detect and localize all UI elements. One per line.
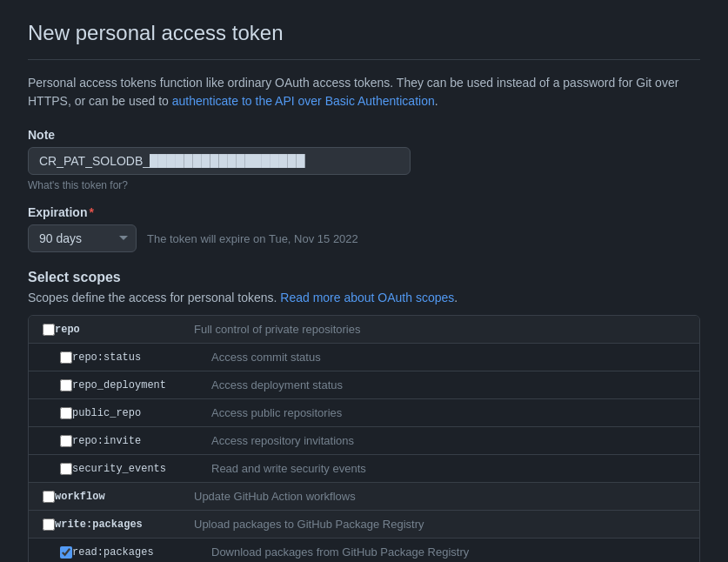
scopes-link[interactable]: Read more about OAuth scopes xyxy=(280,291,454,304)
scope-row-security-events: security_events Read and write security … xyxy=(29,455,699,483)
checkbox-write-packages[interactable] xyxy=(43,519,55,531)
scopes-title: Select scopes xyxy=(28,270,700,285)
scope-desc-public-repo: Access public repositories xyxy=(211,406,685,419)
scope-row-write-packages: write:packages Upload packages to GitHub… xyxy=(29,511,699,539)
scope-name-write-packages: write:packages xyxy=(55,519,194,531)
scope-name-security-events: security_events xyxy=(72,463,211,475)
scope-row-repo: repo Full control of private repositorie… xyxy=(29,316,699,344)
page-title: New personal access token xyxy=(28,21,700,45)
scope-row-public-repo: public_repo Access public repositories xyxy=(29,399,699,427)
checkbox-read-packages[interactable] xyxy=(60,546,72,559)
note-helper: What's this token for? xyxy=(28,179,700,191)
expiration-note: The token will expire on Tue, Nov 15 202… xyxy=(147,232,358,245)
scope-row-read-packages: read:packages Download packages from Git… xyxy=(29,539,699,562)
checkbox-security-events[interactable] xyxy=(60,463,72,475)
scope-name-read-packages: read:packages xyxy=(72,546,211,559)
note-label: Note xyxy=(28,128,700,142)
scope-name-repo-invite: repo:invite xyxy=(72,435,211,447)
required-star: * xyxy=(89,205,93,219)
scope-row-workflow: workflow Update GitHub Action workflows xyxy=(29,483,699,511)
scope-desc-security-events: Read and write security events xyxy=(211,462,685,475)
scope-desc-repo-invite: Access repository invitations xyxy=(211,434,685,447)
scope-desc-read-packages: Download packages from GitHub Package Re… xyxy=(211,545,685,559)
scope-name-public-repo: public_repo xyxy=(72,407,211,419)
checkbox-repo-invite[interactable] xyxy=(60,435,72,447)
checkbox-repo-deployment[interactable] xyxy=(60,379,72,391)
scope-name-repo-deployment: repo_deployment xyxy=(72,379,211,391)
scope-desc-repo-deployment: Access deployment status xyxy=(211,378,685,391)
scope-name-workflow: workflow xyxy=(55,491,194,503)
scope-desc-workflow: Update GitHub Action workflows xyxy=(194,490,685,503)
scope-desc-write-packages: Upload packages to GitHub Package Regist… xyxy=(194,518,685,531)
scope-desc-repo-status: Access commit status xyxy=(211,351,685,364)
note-input[interactable] xyxy=(28,147,411,175)
divider xyxy=(28,59,700,60)
scope-name-repo: repo xyxy=(55,324,194,336)
scopes-description: Scopes define the access for personal to… xyxy=(28,291,700,304)
description-text: Personal access tokens function like ord… xyxy=(28,74,700,110)
scope-desc-repo: Full control of private repositories xyxy=(194,323,685,336)
checkbox-workflow[interactable] xyxy=(43,491,55,503)
scope-row-repo-status: repo:status Access commit status xyxy=(29,344,699,371)
checkbox-public-repo[interactable] xyxy=(60,407,72,419)
expiration-select[interactable]: 7 days 30 days 60 days 90 days Custom No… xyxy=(28,224,137,252)
auth-link[interactable]: authenticate to the API over Basic Authe… xyxy=(172,94,435,108)
scopes-table: repo Full control of private repositorie… xyxy=(28,315,700,562)
expiration-row: 7 days 30 days 60 days 90 days Custom No… xyxy=(28,224,700,252)
checkbox-repo-status[interactable] xyxy=(60,351,72,364)
scope-row-repo-invite: repo:invite Access repository invitation… xyxy=(29,427,699,455)
scope-name-repo-status: repo:status xyxy=(72,351,211,364)
scope-row-repo-deployment: repo_deployment Access deployment status xyxy=(29,371,699,399)
expiration-label: Expiration* xyxy=(28,205,700,219)
checkbox-repo[interactable] xyxy=(43,324,55,336)
